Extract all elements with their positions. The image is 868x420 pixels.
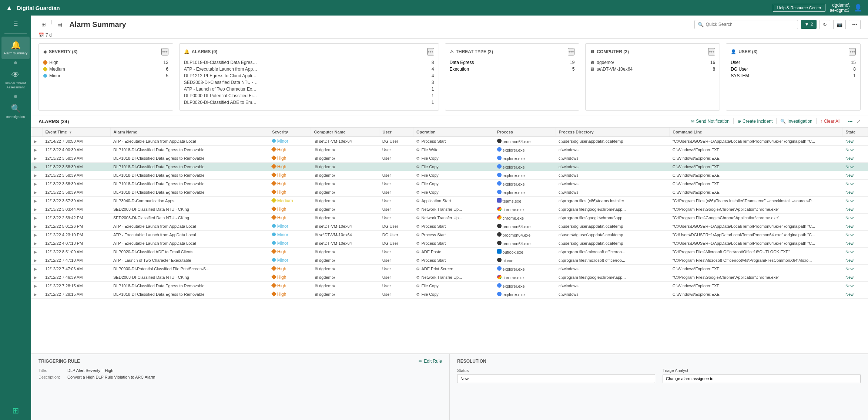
edit-icon: ✏ (419, 359, 422, 364)
col-operation[interactable]: Operation (413, 128, 494, 137)
row-command-line: "C:\Program Files\Microsoft Office\root\… (670, 256, 842, 265)
investigation-button[interactable]: 🔍 Investigation (780, 119, 812, 124)
table-row[interactable]: ▶ 12/13/22 3:58:39 AM DLP1018-DI-Classif… (31, 163, 868, 171)
user-user-value: 15 (851, 60, 856, 65)
col-computer-name[interactable]: Computer Name (311, 128, 379, 137)
threat-type-menu-button[interactable]: ••• (568, 48, 575, 55)
row-expand-btn[interactable]: ▶ (31, 273, 42, 282)
alarms-table-container[interactable]: Event Time ▼ Alarm Name Severity Compute… (31, 128, 868, 353)
col-state[interactable]: State (842, 128, 868, 137)
row-alarm-name: SED2003-DI-Classified Data NTU - CKing (110, 214, 269, 222)
list-view-button[interactable]: ▤ (54, 19, 65, 30)
expand-table-button[interactable]: ⤢ (856, 118, 861, 124)
severity-card-menu-button[interactable]: ••• (161, 48, 168, 55)
table-row[interactable]: ▶ 12/14/22 7:30:50 AM ATP - Executable L… (31, 137, 868, 146)
grid-view-button[interactable]: ⊞ (38, 19, 49, 30)
row-command-line: "C:\Program Files\Google\Chrome\Applicat… (670, 273, 842, 282)
threat-data-egress-row: Data Egress 19 (450, 59, 575, 66)
col-process[interactable]: Process (494, 128, 556, 137)
computer-card-title: COMPUTER (2) (597, 49, 629, 54)
edit-rule-button[interactable]: ✏ Edit Rule (419, 359, 442, 364)
rule-title-label: Title: (38, 368, 64, 373)
search-input[interactable] (706, 22, 795, 27)
row-expand-btn[interactable]: ▶ (31, 290, 42, 299)
sidebar-item-investigation[interactable]: 🔍 Investigation (1, 100, 30, 123)
table-row[interactable]: ▶ 12/12/22 7:46:39 AM SED2003-DI-Classif… (31, 273, 868, 282)
table-row[interactable]: ▶ 12/13/22 3:57:39 AM DLP3040-D-Communic… (31, 197, 868, 205)
refresh-button[interactable]: ↻ (820, 20, 830, 29)
table-row[interactable]: ▶ 12/12/22 7:47:10 AM ATP - Launch of Tw… (31, 256, 868, 265)
col-severity[interactable]: Severity (269, 128, 311, 137)
row-expand-btn[interactable]: ▶ (31, 146, 42, 154)
send-notification-button[interactable]: ✉ Send Notification (691, 119, 730, 124)
more-table-options-button[interactable]: ••• (848, 119, 852, 123)
col-user[interactable]: User (379, 128, 413, 137)
table-row[interactable]: ▶ 12/13/22 3:03:44 AM SED2003-DI-Classif… (31, 205, 868, 214)
row-computer-name: 🖥 dgdemo\ (311, 188, 379, 197)
table-row[interactable]: ▶ 12/13/22 3:58:39 AM DLP1018-DI-Classif… (31, 171, 868, 180)
sidebar-item-insider-threat[interactable]: 👁 Insider Threat Assessment (1, 67, 30, 93)
row-alarm-name: DLP1018-DI-Classified Data Egress to Rem… (110, 163, 269, 171)
row-command-line: "C:\Users\DGUSER~1\AppData\Local\Temp\Pr… (670, 137, 842, 146)
col-process-directory[interactable]: Process Directory (556, 128, 670, 137)
incident-icon: ⊕ (737, 119, 741, 124)
triage-select[interactable]: Change alarm assignee to (663, 374, 861, 383)
sidebar-item-alarm-summary[interactable]: 🔔 Alarm Summary (1, 37, 30, 59)
col-event-time[interactable]: Event Time ▼ (42, 128, 110, 137)
alarm-item-4: ATP - Launch of Two Character Executable… (184, 86, 434, 92)
table-row[interactable]: ▶ 12/12/22 5:01:26 PM ATP - Executable L… (31, 222, 868, 231)
alarms-card-menu-button[interactable]: ••• (427, 48, 434, 55)
row-expand-btn[interactable]: ▶ (31, 265, 42, 273)
user-card-menu-button[interactable]: ••• (849, 48, 856, 55)
table-row[interactable]: ▶ 12/13/22 4:00:39 AM DLP1018-DI-Classif… (31, 146, 868, 154)
computer-card-menu-button[interactable]: ••• (708, 48, 715, 55)
more-options-button[interactable]: ••• (849, 20, 861, 29)
table-row[interactable]: ▶ 12/12/22 7:28:15 AM DLP1018-DI-Classif… (31, 282, 868, 290)
col-alarm-name[interactable]: Alarm Name (110, 128, 269, 137)
row-expand-btn[interactable]: ▶ (31, 197, 42, 205)
row-expand-btn[interactable]: ▶ (31, 256, 42, 265)
create-incident-button[interactable]: ⊕ Create Incident (737, 119, 773, 124)
camera-button[interactable]: 📷 (833, 20, 846, 29)
row-expand-btn[interactable]: ▶ (31, 239, 42, 248)
row-severity: High (269, 163, 311, 171)
row-expand-btn[interactable]: ▶ (31, 231, 42, 239)
row-expand-btn[interactable]: ▶ (31, 248, 42, 256)
table-row[interactable]: ▶ 12/12/22 8:51:09 AM DLP0020-DI-Classif… (31, 248, 868, 256)
row-expand-btn[interactable]: ▶ (31, 171, 42, 180)
table-row[interactable]: ▶ 12/13/22 3:58:39 AM DLP1018-DI-Classif… (31, 154, 868, 163)
row-expand-btn[interactable]: ▶ (31, 222, 42, 231)
row-command-line: "C:\Program Files\Microsoft Office\root\… (670, 248, 842, 256)
table-row[interactable]: ▶ 12/12/22 7:28:15 AM DLP1018-DI-Classif… (31, 290, 868, 299)
status-select[interactable]: New (457, 374, 655, 383)
alarms-table-actions: ✉ Send Notification ⊕ Create Incident 🔍 … (691, 118, 861, 124)
sidebar-toggle-button[interactable]: ☰ (10, 18, 21, 29)
user-system-label: SYSTEM (731, 73, 749, 78)
table-row[interactable]: ▶ 12/13/22 3:58:39 AM DLP1018-DI-Classif… (31, 188, 868, 197)
severity-card-icon: ◆ (43, 49, 47, 54)
summary-section: ◆ SEVERITY (3) ••• High 13 Medium 6 (31, 39, 868, 115)
col-command-line[interactable]: Command Line (670, 128, 842, 137)
row-expand-btn[interactable]: ▶ (31, 154, 42, 163)
row-expand-btn[interactable]: ▶ (31, 137, 42, 146)
table-row[interactable]: ▶ 12/12/22 4:07:13 PM ATP - Executable L… (31, 239, 868, 248)
row-state: New (842, 214, 868, 222)
row-expand-btn[interactable]: ▶ (31, 180, 42, 188)
main-content: ⊞ | ▤ Alarm Summary 🔍 ▼ 2 ↻ (31, 16, 868, 420)
threat-type-card: ⚠ THREAT TYPE (2) ••• Data Egress 19 Exe… (445, 43, 580, 111)
filter-button[interactable]: ▼ 2 (801, 20, 817, 29)
table-row[interactable]: ▶ 12/13/22 2:59:42 PM SED2003-DI-Classif… (31, 214, 868, 222)
table-row[interactable]: ▶ 12/12/22 7:47:06 AM DLP0000-DI-Potenti… (31, 265, 868, 273)
row-computer-name: 🖥 dgdemo\ (311, 180, 379, 188)
row-expand-btn[interactable]: ▶ (31, 214, 42, 222)
row-expand-btn[interactable]: ▶ (31, 188, 42, 197)
row-process-directory: c:\windows (556, 282, 670, 290)
row-expand-btn[interactable]: ▶ (31, 163, 42, 171)
table-row[interactable]: ▶ 12/13/22 3:58:39 AM DLP1018-DI-Classif… (31, 180, 868, 188)
clear-all-button[interactable]: ↑ Clear All (820, 119, 841, 124)
apps-grid-icon[interactable]: ⊞ (12, 406, 19, 416)
help-resource-button[interactable]: Help & Resource Center (773, 4, 825, 12)
table-row[interactable]: ▶ 12/12/22 4:23:10 PM ATP - Executable L… (31, 231, 868, 239)
row-expand-btn[interactable]: ▶ (31, 205, 42, 214)
row-expand-btn[interactable]: ▶ (31, 282, 42, 290)
